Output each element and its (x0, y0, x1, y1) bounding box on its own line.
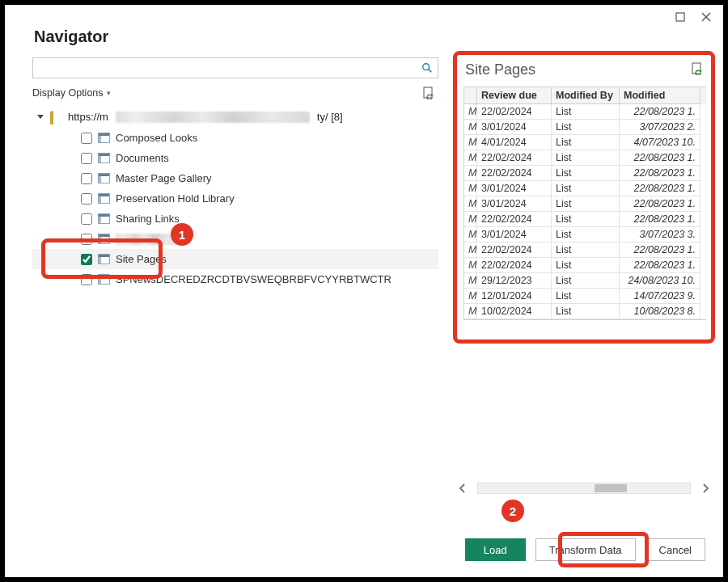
redacted-url (116, 112, 310, 123)
tree-item-label: Sharing Links (116, 213, 180, 225)
grid-cell: 3/07/2023 3. (620, 227, 700, 242)
grid-cell: List (552, 150, 620, 166)
grid-cell: 14/07/2023 9. (620, 289, 700, 304)
table-icon (98, 213, 110, 224)
cancel-button[interactable]: Cancel (645, 538, 705, 561)
grid-row[interactable]: M22/02/2024List22/08/2023 1. (464, 104, 706, 120)
grid-header-row: Review dueModified ByModified (464, 87, 706, 104)
preview-refresh-icon[interactable] (692, 62, 703, 78)
grid-cell: 10/08/2023 8. (620, 304, 700, 319)
grid-cell: 12/01/2024 (477, 289, 552, 304)
tree-item[interactable]: Sharing Links (32, 209, 438, 229)
table-icon (98, 254, 110, 264)
tree-item-checkbox[interactable] (81, 254, 92, 265)
display-options-dropdown[interactable]: Display Options ▾ (32, 87, 111, 99)
preview-grid: Review dueModified ByModified M22/02/202… (463, 86, 706, 320)
preview-title: Site Pages (465, 61, 535, 78)
tree-item[interactable]: Documents (32, 148, 438, 168)
scroll-track[interactable] (477, 483, 691, 494)
tree-item-checkbox[interactable] (81, 153, 92, 164)
grid-row[interactable]: M22/02/2024List22/08/2023 1. (464, 150, 706, 166)
grid-cell: 22/08/2023 1. (620, 166, 700, 181)
grid-cell: 22/08/2023 1. (620, 258, 700, 273)
tree-item[interactable]: Preservation Hold Library (32, 188, 438, 209)
table-icon (98, 274, 110, 285)
tree-item-checkbox[interactable] (81, 193, 92, 205)
tree-item-label: Site Pages (116, 253, 167, 265)
svg-line-4 (429, 70, 432, 73)
table-icon (98, 133, 110, 143)
tree-item-label: Composed Looks (116, 132, 197, 144)
grid-row[interactable]: M3/01/2024List3/07/2023 3. (464, 227, 706, 242)
search-input-wrap (32, 57, 438, 78)
navigator-tree: https://m ty/ [8] Composed LooksDocument… (32, 108, 438, 289)
grid-row[interactable]: M12/01/2024List14/07/2023 9. (464, 289, 706, 304)
grid-cell: List (552, 135, 620, 150)
tree-item-checkbox[interactable] (81, 133, 92, 144)
root-url-suffix: ty/ [8] (317, 111, 343, 123)
tree-item[interactable] (32, 229, 438, 249)
grid-cell: List (552, 120, 620, 135)
grid-cell: List (552, 104, 620, 120)
tree-item-label: Preservation Hold Library (116, 192, 235, 205)
grid-cell: M (464, 289, 477, 304)
grid-cell: List (552, 196, 620, 212)
grid-cell: 29/12/2023 (477, 273, 552, 289)
page-title: Navigator (5, 5, 723, 57)
grid-row[interactable]: M10/02/2024List10/08/2023 8. (464, 304, 706, 319)
grid-row[interactable]: M22/02/2024List22/08/2023 1. (464, 166, 706, 181)
grid-row[interactable]: M22/02/2024List22/08/2023 1. (464, 258, 706, 273)
refresh-icon[interactable] (422, 86, 435, 99)
grid-row[interactable]: M4/01/2024List4/07/2023 10. (464, 135, 706, 150)
tree-root[interactable]: https://m ty/ [8] (32, 108, 438, 126)
transform-data-button[interactable]: Transform Data (535, 538, 636, 561)
search-icon[interactable] (417, 62, 438, 74)
grid-header-cell[interactable]: Modified By (552, 87, 620, 104)
grid-row[interactable]: M22/02/2024List22/08/2023 1. (464, 242, 706, 258)
grid-cell: 22/08/2023 1. (620, 242, 700, 258)
grid-header-cell[interactable] (464, 87, 477, 104)
grid-cell: 22/02/2024 (477, 104, 552, 120)
grid-cell: 3/01/2024 (477, 120, 552, 135)
grid-header-cell[interactable]: Modified (620, 87, 700, 104)
load-button[interactable]: Load (465, 538, 526, 561)
grid-cell: M (464, 104, 477, 120)
tree-item[interactable]: Site Pages (32, 249, 438, 269)
grid-row[interactable]: M22/02/2024List22/08/2023 1. (464, 212, 706, 227)
grid-cell: M (464, 196, 477, 212)
grid-cell: List (552, 227, 620, 242)
annotation-badge-1: 1 (171, 223, 193, 246)
close-icon[interactable] (700, 11, 712, 23)
scroll-thumb[interactable] (595, 484, 627, 492)
tree-item[interactable]: Composed Looks (32, 128, 438, 148)
scroll-right-icon[interactable] (697, 481, 713, 496)
grid-cell: 22/02/2024 (477, 166, 552, 181)
tree-item-checkbox[interactable] (81, 274, 92, 285)
tree-item[interactable]: Master Page Gallery (32, 168, 438, 188)
tree-item-label: Master Page Gallery (116, 172, 212, 184)
scroll-left-icon[interactable] (455, 481, 471, 496)
grid-cell: 22/08/2023 1. (620, 212, 700, 227)
table-icon (98, 234, 110, 244)
grid-cell: List (552, 273, 620, 289)
grid-cell: 22/02/2024 (477, 242, 552, 258)
maximize-icon[interactable] (675, 11, 686, 23)
grid-cell: M (464, 227, 477, 242)
grid-row[interactable]: M3/01/2024List22/08/2023 1. (464, 196, 706, 212)
tree-item-checkbox[interactable] (81, 173, 92, 184)
grid-cell: 3/07/2023 2. (620, 120, 700, 135)
grid-cell: M (464, 304, 477, 319)
grid-row[interactable]: M3/01/2024List22/08/2023 1. (464, 181, 706, 196)
grid-cell: M (464, 135, 477, 150)
grid-row[interactable]: M29/12/2023List24/08/2023 10. (464, 273, 706, 289)
tree-item-checkbox[interactable] (81, 213, 92, 225)
tree-item-checkbox[interactable] (81, 234, 92, 245)
grid-cell: 3/01/2024 (477, 196, 552, 212)
horizontal-scrollbar[interactable] (453, 481, 715, 496)
grid-cell: M (464, 181, 477, 196)
tree-item[interactable]: SPNewsDECREDZRCDTBVSWEQBRBFVCYYRBTWCTR (32, 269, 438, 289)
annotation-badge-2: 2 (502, 500, 524, 522)
search-input[interactable] (33, 59, 417, 77)
grid-row[interactable]: M3/01/2024List3/07/2023 2. (464, 120, 706, 135)
grid-header-cell[interactable]: Review due (477, 87, 552, 104)
